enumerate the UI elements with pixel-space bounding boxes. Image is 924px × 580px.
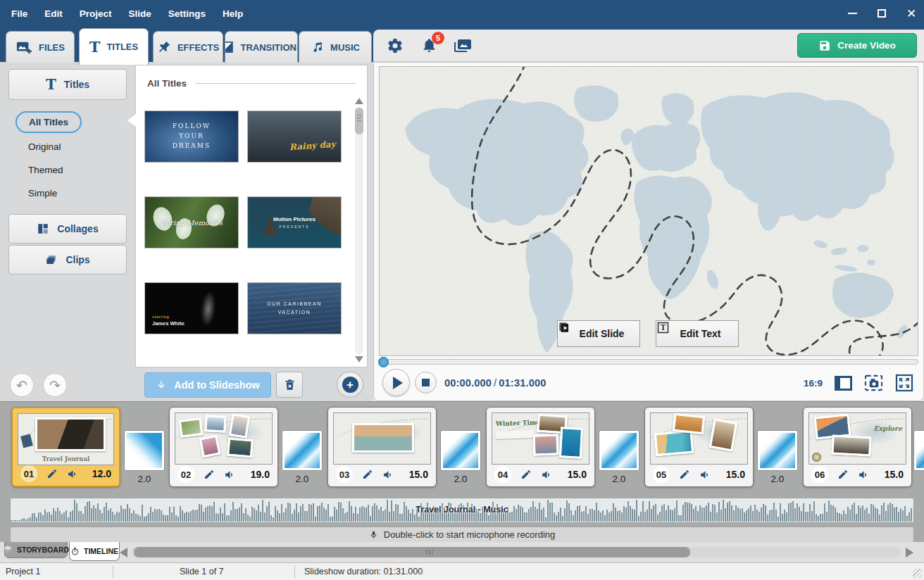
current-time: 00:00.000 (444, 377, 492, 389)
create-video-button[interactable]: Create Video (797, 33, 917, 58)
speaker-icon[interactable] (382, 469, 394, 481)
close-button[interactable]: ✕ (906, 8, 917, 19)
clips-section-button[interactable]: Clips (8, 245, 127, 275)
notifications-button[interactable]: 5 (420, 37, 438, 55)
plus-icon: + (342, 377, 358, 393)
category-themed[interactable]: Themed (28, 165, 63, 175)
title-thumb-follow-your-dreams[interactable]: FOLLOW YOUR DREAMS (144, 111, 239, 163)
title-thumb-motion-pictures[interactable]: Motion Pictures PRESENTS (247, 196, 342, 248)
status-divider (113, 565, 113, 578)
speaker-icon[interactable] (541, 469, 553, 481)
menu-edit[interactable]: Edit (36, 0, 71, 27)
timeline-slide-06[interactable]: Explore 06 15.0 (803, 407, 912, 487)
speaker-icon[interactable] (224, 469, 236, 481)
horizontal-scrollbar-thumb[interactable] (134, 547, 690, 557)
redo-button[interactable]: ↷ (43, 373, 67, 397)
edit-pencil-icon[interactable] (204, 469, 215, 480)
timeline-tab[interactable]: TIMELINE (69, 542, 120, 561)
add-to-slideshow-button[interactable]: Add to Slideshow (144, 372, 271, 398)
scroll-right-arrow[interactable] (906, 548, 913, 557)
scroll-left-arrow[interactable] (120, 548, 127, 557)
trash-x-icon (283, 378, 296, 391)
timeline-slide-01[interactable]: Travel Journal 01 12.0 (11, 407, 120, 487)
edit-pencil-icon[interactable] (837, 469, 849, 480)
slide-number-badge: 05 (653, 466, 670, 483)
tab-files[interactable]: FILES (6, 31, 75, 63)
speaker-icon[interactable] (67, 468, 79, 480)
gallery-button[interactable] (454, 37, 472, 55)
microphone-record-bar[interactable]: Double-click to start microphone recordi… (10, 527, 914, 542)
letterbox-toggle-button[interactable] (835, 376, 852, 391)
transition-1-duration: 2.0 (124, 474, 165, 484)
slide-duration: 12.0 (92, 468, 111, 479)
tab-transitions[interactable]: TRANSITIONS (225, 31, 298, 63)
timeline-slide-03[interactable]: 03 15.0 (327, 407, 437, 487)
menu-help[interactable]: Help (214, 0, 251, 27)
edit-pencil-icon[interactable] (362, 469, 373, 480)
fullscreen-icon (895, 374, 913, 392)
speaker-icon[interactable] (699, 469, 711, 481)
menu-file[interactable]: File (3, 0, 36, 27)
title-thumb-james-white[interactable]: starring James White (144, 282, 239, 334)
transition-4[interactable] (599, 430, 639, 471)
tab-titles-label: TITLES (106, 42, 138, 52)
titles-button-label: Titles (64, 79, 89, 90)
stop-button[interactable] (415, 372, 437, 393)
microphone-icon (369, 529, 378, 540)
edit-text-button[interactable]: T Edit Text (656, 320, 739, 347)
minimize-button[interactable] (847, 8, 858, 19)
menu-slide[interactable]: Slide (120, 0, 160, 27)
undo-button[interactable]: ↶ (10, 373, 34, 397)
timeline-slide-05[interactable]: 05 15.0 (644, 407, 754, 487)
category-simple[interactable]: Simple (28, 188, 57, 198)
clips-stack-icon (45, 253, 58, 266)
category-original[interactable]: Original (28, 141, 61, 152)
preview-stage[interactable]: Edit Slide T Edit Text (379, 66, 918, 356)
tab-titles[interactable]: T TITLES (79, 28, 149, 65)
edit-pencil-icon[interactable] (520, 469, 532, 480)
transition-6-partial[interactable] (913, 430, 924, 471)
maximize-button[interactable] (876, 8, 887, 19)
transition-5[interactable] (757, 430, 798, 471)
horizontal-scrollbar-track[interactable] (132, 547, 901, 557)
seek-bar[interactable] (379, 359, 918, 365)
settings-gear-button[interactable] (386, 37, 404, 55)
clear-selection-button[interactable] (276, 372, 303, 398)
window-resize-grip[interactable] (913, 569, 923, 579)
timeline-slide-02[interactable]: 02 19.0 (169, 407, 278, 487)
title-thumb-rainy-day[interactable]: Rainy day (247, 111, 342, 163)
timeline-slide-04[interactable]: Winter Time 04 15.0 (486, 407, 595, 487)
title-thumb-caribbean-vacation[interactable]: OUR CARIBBEAN VACATION (247, 282, 342, 334)
fullscreen-button[interactable] (895, 374, 913, 392)
tab-effects[interactable]: EFFECTS (153, 31, 223, 63)
transition-1[interactable] (124, 430, 165, 471)
scrollbar-thumb[interactable] (355, 108, 363, 134)
collages-section-button[interactable]: Collages (8, 214, 127, 244)
add-new-button[interactable]: + (337, 372, 363, 398)
scroll-up-arrow[interactable] (355, 98, 363, 104)
play-button[interactable] (382, 369, 410, 396)
transition-2-duration: 2.0 (282, 474, 323, 484)
camera-icon (864, 374, 883, 392)
menu-project[interactable]: Project (71, 0, 120, 27)
storyboard-tab[interactable]: STORYBOARD (4, 542, 68, 558)
category-all-titles[interactable]: All Titles (15, 111, 82, 133)
scroll-down-arrow[interactable] (355, 356, 363, 362)
tab-music[interactable]: MUSIC (299, 31, 372, 63)
titles-section-button[interactable]: T Titles (8, 69, 127, 100)
music-track[interactable]: Travel Journal - Music (10, 498, 914, 523)
speaker-icon[interactable] (858, 469, 870, 481)
edit-slide-button[interactable]: Edit Slide (557, 320, 640, 347)
scrollbar-track[interactable] (355, 106, 363, 354)
menu-settings[interactable]: Settings (160, 0, 214, 27)
snapshot-button[interactable] (864, 374, 883, 392)
slide-number-badge: 04 (494, 466, 511, 483)
titles-icon: T (89, 38, 101, 56)
view-tab-strip: STORYBOARD TIMELINE (0, 542, 924, 562)
edit-pencil-icon[interactable] (46, 468, 58, 479)
edit-pencil-icon[interactable] (679, 469, 690, 480)
transition-2[interactable] (282, 430, 323, 471)
transition-thumbnail (285, 433, 320, 468)
title-thumb-spring-memories[interactable]: Spring Memories (144, 196, 239, 248)
transition-3[interactable] (440, 430, 481, 471)
